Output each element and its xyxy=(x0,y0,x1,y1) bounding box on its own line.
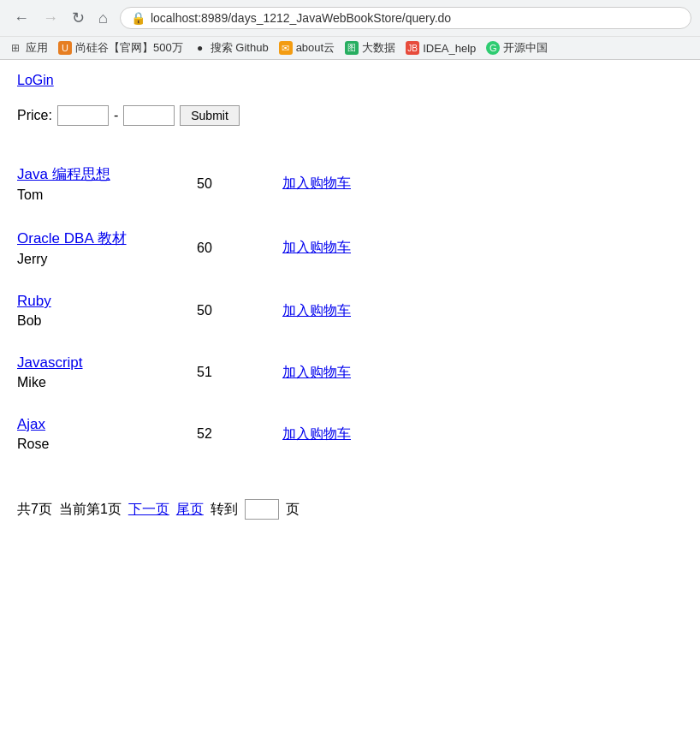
book-title[interactable]: Ajax xyxy=(17,416,188,433)
browser-toolbar: ← → ↻ ⌂ 🔒 localhost:8989/days_1212_JavaW… xyxy=(0,0,700,36)
back-button[interactable]: ← xyxy=(9,7,34,29)
address-bar[interactable]: 🔒 localhost:8989/days_1212_JavaWebBookSt… xyxy=(120,7,691,29)
bookmark-bigdata[interactable]: 图 大数据 xyxy=(345,40,395,56)
last-page-link[interactable]: 尾页 xyxy=(176,501,204,519)
book-item: Java 编程思想 Tom 50 加入购物车 xyxy=(17,152,683,216)
add-to-cart-button[interactable]: 加入购物车 xyxy=(282,302,351,320)
book-price: 52 xyxy=(188,426,257,442)
bookmark-apps[interactable]: ⊞ 应用 xyxy=(9,40,48,56)
price-max-input[interactable] xyxy=(123,105,175,126)
book-item: Javascript Mike 51 加入购物车 xyxy=(17,342,683,403)
home-button[interactable]: ⌂ xyxy=(93,7,113,29)
book-price: 60 xyxy=(188,241,257,256)
bookmark-osc-label: 开源中国 xyxy=(503,40,548,56)
bookmark-u-label: 尚硅谷【官网】500万 xyxy=(75,40,183,56)
book-title[interactable]: Java 编程思想 xyxy=(17,164,188,184)
bookmark-github[interactable]: ● 搜索 Github xyxy=(193,40,269,56)
book-info: Ruby Bob xyxy=(17,293,188,329)
forward-button[interactable]: → xyxy=(38,7,63,29)
book-item: Oracle DBA 教材 Jerry 60 加入购物车 xyxy=(17,216,683,280)
price-label: Price: xyxy=(17,108,52,123)
book-author: Rose xyxy=(17,437,49,451)
book-author: Jerry xyxy=(17,252,48,266)
email-icon: ✉ xyxy=(279,41,293,55)
jb-icon: JB xyxy=(406,41,419,55)
submit-button[interactable]: Submit xyxy=(180,105,240,126)
bookmark-idea[interactable]: JB IDEA_help xyxy=(406,41,476,55)
login-link[interactable]: LoGin xyxy=(17,73,54,88)
book-info: Ajax Rose xyxy=(17,416,188,452)
price-filter: Price: - Submit xyxy=(17,105,683,126)
book-info: Oracle DBA 教材 Jerry xyxy=(17,229,188,267)
book-price: 51 xyxy=(188,365,257,380)
book-author: Bob xyxy=(17,313,41,328)
book-item: Ruby Bob 50 加入购物车 xyxy=(17,280,683,342)
goto-page-input[interactable] xyxy=(245,499,279,520)
price-separator: - xyxy=(114,108,118,123)
book-list: Java 编程思想 Tom 50 加入购物车 Oracle DBA 教材 Jer… xyxy=(17,152,683,465)
current-page: 当前第1页 xyxy=(59,501,122,519)
book-title[interactable]: Javascript xyxy=(17,354,188,372)
browser-chrome: ← → ↻ ⌂ 🔒 localhost:8989/days_1212_JavaW… xyxy=(0,0,700,60)
book-item: Ajax Rose 52 加入购物车 xyxy=(17,403,683,465)
book-info: Java 编程思想 Tom xyxy=(17,164,188,203)
github-icon: ● xyxy=(193,41,207,55)
u-icon: U xyxy=(58,41,72,55)
book-price: 50 xyxy=(188,303,257,318)
book-title[interactable]: Oracle DBA 教材 xyxy=(17,229,188,248)
goto-label: 转到 xyxy=(211,501,238,519)
osc-icon: G xyxy=(486,41,500,55)
bookmark-github-label: 搜索 Github xyxy=(211,40,269,56)
book-author: Mike xyxy=(17,375,46,389)
book-price: 50 xyxy=(188,176,257,192)
book-title[interactable]: Ruby xyxy=(17,293,188,310)
add-to-cart-button[interactable]: 加入购物车 xyxy=(282,239,351,257)
add-to-cart-button[interactable]: 加入购物车 xyxy=(282,425,351,443)
bookmark-u[interactable]: U 尚硅谷【官网】500万 xyxy=(58,40,183,56)
book-info: Javascript Mike xyxy=(17,354,188,390)
next-page-link[interactable]: 下一页 xyxy=(128,501,169,519)
url-text: localhost:8989/days_1212_JavaWebBookStor… xyxy=(151,11,451,25)
lock-icon: 🔒 xyxy=(131,11,145,25)
pagination: 共7页 当前第1页 下一页 尾页 转到 页 xyxy=(17,499,683,520)
page-content: LoGin Price: - Submit Java 编程思想 Tom 50 加… xyxy=(0,60,700,532)
refresh-button[interactable]: ↻ xyxy=(67,7,90,29)
bookmarks-bar: ⊞ 应用 U 尚硅谷【官网】500万 ● 搜索 Github ✉ about云 … xyxy=(0,36,700,59)
book-author: Tom xyxy=(17,187,43,202)
add-to-cart-button[interactable]: 加入购物车 xyxy=(282,175,351,193)
bookmark-about[interactable]: ✉ about云 xyxy=(279,40,335,56)
bookmark-idea-label: IDEA_help xyxy=(423,42,476,55)
bookmark-bigdata-label: 大数据 xyxy=(362,40,395,56)
bookmark-apps-label: 应用 xyxy=(26,40,48,56)
bookmark-osc[interactable]: G 开源中国 xyxy=(486,40,548,56)
add-to-cart-button[interactable]: 加入购物车 xyxy=(282,364,351,382)
bookmark-about-label: about云 xyxy=(296,40,335,56)
total-pages: 共7页 xyxy=(17,501,52,519)
data-icon: 图 xyxy=(345,41,359,55)
nav-buttons: ← → ↻ ⌂ xyxy=(9,7,113,29)
page-suffix: 页 xyxy=(286,501,300,519)
apps-icon: ⊞ xyxy=(9,41,22,55)
price-min-input[interactable] xyxy=(57,105,109,126)
